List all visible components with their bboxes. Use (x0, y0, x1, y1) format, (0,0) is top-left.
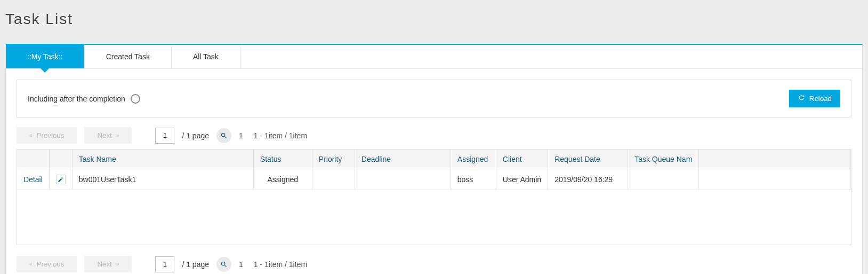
task-table-container: Task Name Status Priority Deadline Assig… (17, 149, 851, 245)
tab-created-task[interactable]: Created Task (85, 45, 172, 68)
edit-icon[interactable] (56, 175, 66, 184)
next-button-label: Next (97, 131, 111, 139)
tab-all-task-label: All Task (193, 52, 219, 61)
cell-task-name: bw001UserTask1 (72, 169, 253, 190)
filter-bar: Including after the completion Reload (17, 80, 851, 118)
col-assigned[interactable]: Assigned (451, 150, 496, 169)
cell-task-queue-name (628, 169, 699, 190)
tab-bar: ::My Task:: Created Task All Task (6, 45, 862, 69)
col-status[interactable]: Status (253, 150, 312, 169)
search-icon[interactable] (216, 128, 231, 143)
cell-rest (699, 169, 851, 190)
tab-my-task-label: ::My Task:: (27, 52, 63, 61)
pager-top: Previous Next / 1 page 1 1 - 1item / 1it… (17, 127, 851, 144)
tab-my-task[interactable]: ::My Task:: (6, 45, 85, 68)
prev-button-label: Previous (37, 131, 65, 139)
col-deadline[interactable]: Deadline (355, 150, 451, 169)
next-button[interactable]: Next (84, 127, 132, 144)
page-input-bottom[interactable] (155, 256, 174, 272)
prev-button[interactable]: Previous (17, 127, 77, 144)
task-table: Task Name Status Priority Deadline Assig… (17, 150, 851, 190)
page-title: Task List (5, 11, 863, 28)
col-task-queue-name[interactable]: Task Queue Nam (628, 150, 699, 169)
task-list-card: ::My Task:: Created Task All Task Includ… (5, 44, 863, 274)
cell-request-date: 2019/09/20 16:29 (548, 169, 628, 190)
cell-assigned: boss (451, 169, 496, 190)
cell-priority (312, 169, 355, 190)
prev-button-bottom[interactable]: Previous (17, 256, 77, 272)
reload-button-label: Reload (809, 95, 832, 103)
page-input[interactable] (155, 128, 174, 144)
cell-client: User Admin (496, 169, 548, 190)
reload-icon (798, 94, 805, 103)
count-range: 1 - 1item / 1item (254, 131, 307, 140)
table-row: Detail bw001UserTask1 Assigned boss (17, 169, 851, 190)
count-number: 1 (239, 131, 243, 140)
detail-link[interactable]: Detail (23, 175, 43, 184)
next-button-bottom-label: Next (97, 260, 111, 268)
col-detail (17, 150, 49, 169)
page-total-label-bottom: / 1 page (182, 260, 209, 269)
pager-bottom: Previous Next / 1 page 1 1 - 1item / 1it… (17, 256, 851, 272)
col-task-name[interactable]: Task Name (72, 150, 253, 169)
tab-created-task-label: Created Task (106, 52, 150, 61)
count-number-bottom: 1 (239, 260, 243, 269)
page-total-label: / 1 page (182, 131, 209, 140)
col-request-date[interactable]: Request Date (548, 150, 628, 169)
col-edit (49, 150, 72, 169)
prev-button-bottom-label: Previous (37, 260, 65, 268)
cell-deadline (355, 169, 451, 190)
search-icon-bottom[interactable] (216, 257, 231, 272)
col-rest (699, 150, 851, 169)
col-priority[interactable]: Priority (312, 150, 355, 169)
cell-status: Assigned (253, 169, 312, 190)
include-done-radio[interactable] (131, 94, 140, 104)
include-done-label: Including after the completion (28, 95, 125, 103)
next-button-bottom[interactable]: Next (84, 256, 132, 272)
tab-all-task[interactable]: All Task (172, 45, 240, 68)
count-range-bottom: 1 - 1item / 1item (254, 260, 307, 269)
reload-button[interactable]: Reload (789, 90, 840, 107)
col-client[interactable]: Client (496, 150, 548, 169)
